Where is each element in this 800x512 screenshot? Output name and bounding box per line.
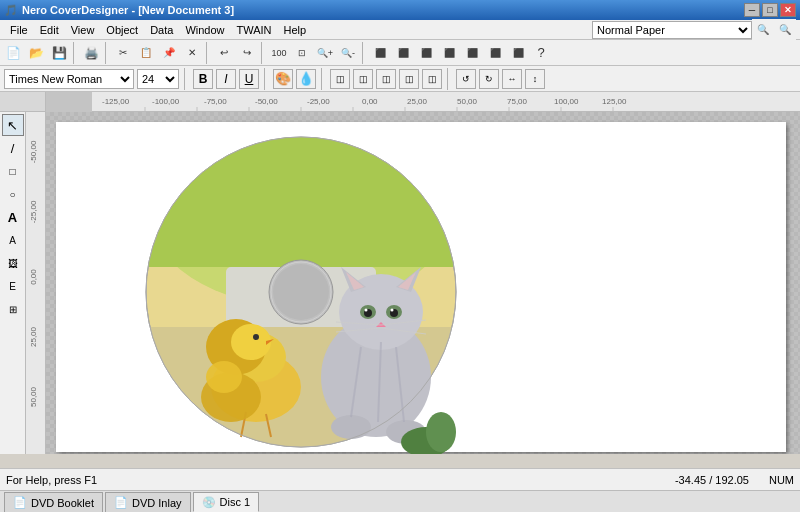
ruler-corner <box>0 92 46 112</box>
redo-button[interactable]: ↪ <box>236 42 258 64</box>
menu-help[interactable]: Help <box>278 22 313 38</box>
distribute-btn[interactable]: ⬛ <box>461 42 483 64</box>
menu-data[interactable]: Data <box>144 22 179 38</box>
italic-button[interactable]: I <box>216 69 236 89</box>
rotate-left-btn[interactable]: ↺ <box>456 69 476 89</box>
line-tool[interactable]: / <box>2 137 24 159</box>
dvd-booklet-icon: 📄 <box>13 496 27 509</box>
disc1-label: Disc 1 <box>220 496 251 508</box>
copy-button[interactable]: 📋 <box>135 42 157 64</box>
align-top-btn[interactable]: ⬛ <box>438 42 460 64</box>
ungroup-btn[interactable]: ⬛ <box>507 42 529 64</box>
menu-view[interactable]: View <box>65 22 101 38</box>
eyedropper-btn[interactable]: 💧 <box>296 69 316 89</box>
tab-disc1[interactable]: 💿 Disc 1 <box>193 492 260 512</box>
tb-zoomin[interactable]: 🔍+ <box>314 42 336 64</box>
dvd-booklet-label: DVD Booklet <box>31 497 94 509</box>
sep-align <box>264 68 268 90</box>
svg-text:-25,00: -25,00 <box>29 200 38 223</box>
align-left-btn[interactable]: ⬛ <box>369 42 391 64</box>
app-icon: 🎵 <box>4 4 18 17</box>
tabs-bar: 📄 DVD Booklet 📄 DVD Inlay 💿 Disc 1 <box>0 490 800 512</box>
group-btn[interactable]: ⬛ <box>484 42 506 64</box>
delete-button[interactable]: ✕ <box>181 42 203 64</box>
svg-text:50,00: 50,00 <box>457 97 478 106</box>
menu-object[interactable]: Object <box>100 22 144 38</box>
zoom-out-button[interactable]: 🔍 <box>774 19 796 41</box>
horizontal-ruler: -125,00 -100,00 -75,00 -50,00 -25,00 0,0… <box>92 92 800 112</box>
image-tool[interactable]: 🖼 <box>2 252 24 274</box>
svg-text:25,00: 25,00 <box>407 97 428 106</box>
cut-button[interactable]: ✂ <box>112 42 134 64</box>
svg-rect-29 <box>146 137 456 267</box>
svg-text:0,00: 0,00 <box>362 97 378 106</box>
pointer-tool[interactable]: ↖ <box>2 114 24 136</box>
svg-text:-50,00: -50,00 <box>29 140 38 163</box>
obj-align-center[interactable]: ◫ <box>353 69 373 89</box>
disc1-icon: 💿 <box>202 496 216 509</box>
zoom-fit-button[interactable]: 🔍 <box>752 19 774 41</box>
obj-align-top[interactable]: ◫ <box>399 69 419 89</box>
titlebar: 🎵 Nero CoverDesigner - [New Document 3] … <box>0 0 800 20</box>
close-button[interactable]: ✕ <box>780 3 796 17</box>
curved-text-tool[interactable]: A <box>2 229 24 251</box>
statusbar-coords: -34.45 / 192.05 <box>675 474 749 486</box>
special2-tool[interactable]: ⊞ <box>2 298 24 320</box>
rectangle-tool[interactable]: □ <box>2 160 24 182</box>
save-button[interactable]: 💾 <box>48 42 70 64</box>
flip-h-btn[interactable]: ↔ <box>502 69 522 89</box>
disc-image <box>136 127 466 454</box>
svg-text:-50,00: -50,00 <box>255 97 278 106</box>
font-size-select[interactable]: 24 <box>137 69 179 89</box>
svg-point-53 <box>391 309 394 312</box>
titlebar-title: Nero CoverDesigner - [New Document 3] <box>22 4 234 16</box>
tab-dvd-booklet[interactable]: 📄 DVD Booklet <box>4 492 103 512</box>
titlebar-controls: ─ □ ✕ <box>744 3 796 17</box>
separator5 <box>362 42 366 64</box>
ellipse-tool[interactable]: ○ <box>2 183 24 205</box>
maximize-button[interactable]: □ <box>762 3 778 17</box>
svg-point-41 <box>206 361 242 393</box>
zoom-fit-btn[interactable]: ⊡ <box>291 42 313 64</box>
separator4 <box>261 42 265 64</box>
menu-file[interactable]: File <box>4 22 34 38</box>
text-tool[interactable]: A <box>2 206 24 228</box>
flip-v-btn[interactable]: ↕ <box>525 69 545 89</box>
tab-dvd-inlay[interactable]: 📄 DVD Inlay <box>105 492 191 512</box>
menu-edit[interactable]: Edit <box>34 22 65 38</box>
sep2 <box>321 68 325 90</box>
obj-align-right[interactable]: ◫ <box>376 69 396 89</box>
svg-text:-75,00: -75,00 <box>204 97 227 106</box>
align-center-btn[interactable]: ⬛ <box>392 42 414 64</box>
canvas-area[interactable] <box>46 112 800 454</box>
minimize-button[interactable]: ─ <box>744 3 760 17</box>
svg-text:-125,00: -125,00 <box>102 97 130 106</box>
statusbar-help: For Help, press F1 <box>6 474 675 486</box>
svg-text:25,00: 25,00 <box>29 326 38 347</box>
svg-text:125,00: 125,00 <box>602 97 627 106</box>
paper-size-select[interactable]: Normal Paper <box>592 21 752 39</box>
obj-align-left[interactable]: ◫ <box>330 69 350 89</box>
bold-button[interactable]: B <box>193 69 213 89</box>
new-button[interactable]: 📄 <box>2 42 24 64</box>
obj-align-bottom[interactable]: ◫ <box>422 69 442 89</box>
open-button[interactable]: 📂 <box>25 42 47 64</box>
font-name-select[interactable]: Times New Roman <box>4 69 134 89</box>
menu-twain[interactable]: TWAIN <box>231 22 278 38</box>
help-btn[interactable]: ? <box>530 42 552 64</box>
statusbar: For Help, press F1 -34.45 / 192.05 NUM <box>0 468 800 490</box>
rotate-right-btn[interactable]: ↻ <box>479 69 499 89</box>
paint-bucket-btn[interactable]: 🎨 <box>273 69 293 89</box>
align-right-btn[interactable]: ⬛ <box>415 42 437 64</box>
special1-tool[interactable]: E <box>2 275 24 297</box>
tb-zoomout[interactable]: 🔍- <box>337 42 359 64</box>
menu-window[interactable]: Window <box>179 22 230 38</box>
zoom-100-button[interactable]: 100 <box>268 42 290 64</box>
underline-button[interactable]: U <box>239 69 259 89</box>
undo-button[interactable]: ↩ <box>213 42 235 64</box>
print-button[interactable]: 🖨️ <box>80 42 102 64</box>
toolbar2: Times New Roman 24 B I U 🎨 💧 ◫ ◫ ◫ ◫ ◫ ↺… <box>0 66 800 92</box>
svg-text:-25,00: -25,00 <box>307 97 330 106</box>
paste-button[interactable]: 📌 <box>158 42 180 64</box>
vertical-ruler: -50,00 -25,00 0,00 25,00 50,00 <box>26 112 46 454</box>
